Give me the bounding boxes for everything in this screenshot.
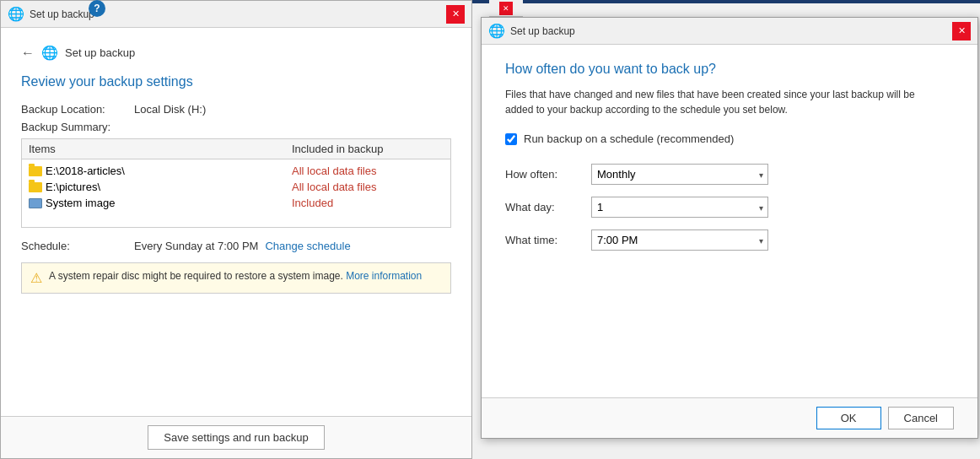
bg-window-content: ← 🌐 Set up backup Review your backup set… bbox=[1, 28, 471, 416]
checkbox-row: Run backup on a schedule (recommended) bbox=[505, 132, 954, 145]
nav-globe-icon: 🌐 bbox=[41, 45, 58, 61]
monitor-icon bbox=[29, 198, 42, 208]
bg-window-footer: Save settings and run backup bbox=[1, 416, 471, 458]
backup-row-item-1: E:\2018-articles\ bbox=[29, 165, 292, 177]
more-info-link[interactable]: More information bbox=[346, 270, 422, 282]
backup-table-header: Items Included in backup bbox=[22, 139, 450, 159]
schedule-checkbox[interactable] bbox=[505, 133, 517, 145]
bg-window: 🌐 Set up backup ✕ ← 🌐 Set up backup Revi… bbox=[0, 0, 472, 459]
backup-included-2: All local data files bbox=[292, 181, 444, 193]
what-time-row: What time: 12:00 AM 1:00 AM 6:00 AM 7:00… bbox=[505, 230, 954, 251]
folder-icon-2 bbox=[29, 182, 42, 192]
what-day-label: What day: bbox=[505, 201, 581, 213]
page-title: Review your backup settings bbox=[21, 74, 451, 89]
what-day-row: What day: 1 2 3 4 5 6 7 8 9 10 11 12 13 … bbox=[505, 197, 954, 218]
titlebar-left: 🌐 Set up backup bbox=[8, 6, 94, 22]
backup-item-name-3: System image bbox=[46, 197, 115, 209]
nav-bar: ← 🌐 Set up backup bbox=[21, 45, 451, 61]
backup-item-name-1: E:\2018-articles\ bbox=[46, 165, 125, 177]
cancel-button[interactable]: Cancel bbox=[888, 407, 954, 429]
checkbox-label: Run backup on a schedule (recommended) bbox=[524, 132, 734, 145]
bg-window-close-button[interactable]: ✕ bbox=[446, 5, 465, 24]
warning-text: A system repair disc might be required t… bbox=[49, 270, 422, 282]
what-time-select-wrapper: 12:00 AM 1:00 AM 6:00 AM 7:00 PM 8:00 PM… bbox=[591, 230, 768, 251]
backup-included-3: Included bbox=[292, 197, 444, 209]
close-icon-small: ✕ bbox=[503, 4, 509, 13]
backup-summary-label: Backup Summary: bbox=[21, 121, 131, 133]
taskbar-area: ✕ bbox=[489, 0, 523, 17]
backup-location-label: Backup Location: bbox=[21, 103, 131, 116]
close-icon: ✕ bbox=[452, 8, 460, 19]
modal-globe-icon: 🌐 bbox=[488, 23, 505, 39]
modal-titlebar-left: 🌐 Set up backup bbox=[488, 23, 575, 39]
modal-titlebar: 🌐 Set up backup ✕ bbox=[482, 18, 977, 45]
modal-footer: OK Cancel bbox=[482, 397, 977, 438]
schedule-row: Schedule: Every Sunday at 7:00 PM Change… bbox=[21, 240, 451, 252]
change-schedule-link[interactable]: Change schedule bbox=[265, 240, 350, 252]
backup-location-value: Local Disk (H:) bbox=[134, 103, 206, 116]
back-button[interactable]: ← bbox=[21, 46, 35, 61]
warning-box: ⚠ A system repair disc might be required… bbox=[21, 262, 451, 294]
modal-description: Files that have changed and new files th… bbox=[505, 87, 944, 117]
schedule-label: Schedule: bbox=[21, 240, 131, 252]
backup-table-body: E:\2018-articles\ All local data files E… bbox=[22, 159, 450, 227]
help-icon: ? bbox=[94, 3, 100, 14]
what-time-select[interactable]: 12:00 AM 1:00 AM 6:00 AM 7:00 PM 8:00 PM bbox=[591, 230, 768, 251]
table-row: E:\pictures\ All local data files bbox=[22, 179, 450, 195]
backup-row-item-3: System image bbox=[29, 197, 292, 209]
what-time-label: What time: bbox=[505, 234, 581, 246]
bg-titlebar: 🌐 Set up backup ✕ bbox=[1, 1, 471, 28]
taskbar-close-button[interactable]: ✕ bbox=[499, 2, 513, 15]
help-button[interactable]: ? bbox=[89, 0, 105, 17]
bg-window-title: Set up backup bbox=[30, 8, 94, 20]
backup-row-item-2: E:\pictures\ bbox=[29, 181, 292, 193]
nav-title: Set up backup bbox=[65, 46, 135, 59]
save-button[interactable]: Save settings and run backup bbox=[148, 425, 324, 450]
what-day-select-wrapper: 1 2 3 4 5 6 7 8 9 10 11 12 13 14 15 28 bbox=[591, 197, 768, 218]
how-often-select[interactable]: Daily Weekly Monthly bbox=[591, 164, 768, 185]
modal-title-text: Set up backup bbox=[510, 25, 575, 37]
backup-location-row: Backup Location: Local Disk (H:) bbox=[21, 103, 451, 116]
modal-window: 🌐 Set up backup ✕ How often do you want … bbox=[481, 17, 978, 439]
how-often-select-wrapper: Daily Weekly Monthly ▾ bbox=[591, 164, 768, 185]
modal-close-icon: ✕ bbox=[958, 25, 966, 36]
table-row: E:\2018-articles\ All local data files bbox=[22, 163, 450, 179]
backup-item-name-2: E:\pictures\ bbox=[46, 181, 100, 193]
backup-summary-row: Backup Summary: bbox=[21, 121, 451, 133]
table-row: System image Included bbox=[22, 195, 450, 211]
what-day-select[interactable]: 1 2 3 4 5 6 7 8 9 10 11 12 13 14 15 28 bbox=[591, 197, 768, 218]
how-often-label: How often: bbox=[505, 168, 581, 181]
modal-content: How often do you want to back up? Files … bbox=[482, 45, 977, 397]
globe-icon-bg: 🌐 bbox=[8, 6, 24, 22]
backup-included-1: All local data files bbox=[292, 165, 444, 177]
modal-close-button[interactable]: ✕ bbox=[952, 22, 971, 40]
modal-page-title: How often do you want to back up? bbox=[505, 62, 954, 77]
how-often-row: How often: Daily Weekly Monthly ▾ bbox=[505, 164, 954, 185]
warning-icon: ⚠ bbox=[30, 270, 42, 286]
back-icon: ← bbox=[21, 46, 35, 60]
backup-table: Items Included in backup E:\2018-article… bbox=[21, 138, 451, 228]
schedule-value: Every Sunday at 7:00 PM bbox=[134, 240, 258, 252]
ok-button[interactable]: OK bbox=[816, 407, 881, 429]
col-items-header: Items bbox=[29, 143, 292, 155]
col-included-header: Included in backup bbox=[292, 143, 444, 155]
folder-icon-1 bbox=[29, 166, 42, 176]
